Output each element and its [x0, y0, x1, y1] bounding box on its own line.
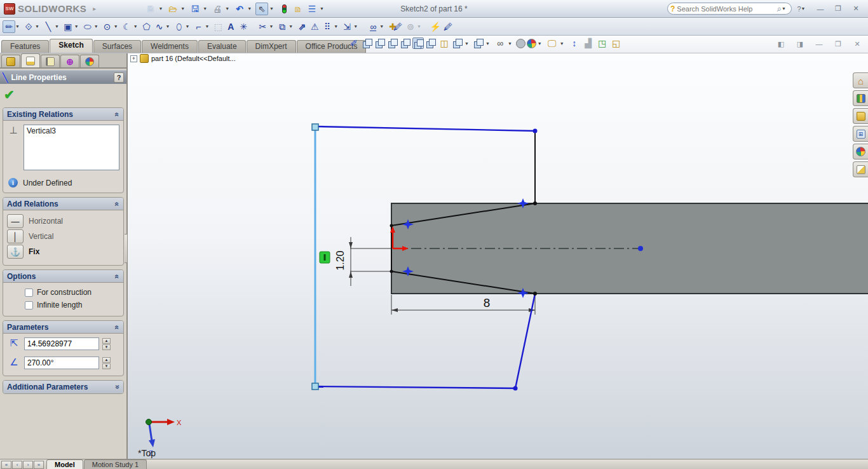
task-pane-file-explorer-tab[interactable]: ⊞	[853, 126, 868, 142]
infinite-length-checkbox[interactable]	[25, 301, 33, 309]
line-endpoint-handle-bottom[interactable]	[312, 383, 318, 390]
tab-surfaces[interactable]: Surfaces	[93, 40, 141, 53]
scene-dropdown-icon[interactable]: ▼	[538, 41, 542, 46]
pm-help-icon[interactable]: ?	[114, 72, 124, 83]
for-construction-label[interactable]: For construction	[37, 288, 92, 297]
circle-dropdown-icon[interactable]: ▼	[114, 24, 118, 29]
line-dropdown-icon[interactable]: ▼	[55, 24, 59, 29]
centerline-endpoint[interactable]	[638, 246, 643, 251]
convert-entities-icon[interactable]: ⧉	[276, 20, 288, 33]
wireframe-cube-icon[interactable]	[412, 37, 424, 49]
horizontal-label[interactable]: Horizontal	[29, 217, 63, 226]
arc-tool-icon[interactable]: ☾	[121, 20, 133, 33]
parameters-header[interactable]: Parameters «	[3, 321, 123, 334]
new-document-icon[interactable]: 🗎	[144, 3, 157, 15]
scene-ball-icon[interactable]	[527, 39, 536, 48]
quick-snaps-icon[interactable]: ⚡	[429, 20, 442, 33]
overlay-view-icon[interactable]: ◱	[610, 37, 623, 50]
help-search-box[interactable]: ? ⌕ ▼	[667, 3, 792, 15]
search-input[interactable]	[677, 5, 776, 13]
open-dropdown-icon[interactable]: ▼	[180, 6, 185, 11]
fillet-tool-icon[interactable]: ⌐	[192, 20, 205, 33]
pattern-dropdown-icon[interactable]: ▼	[334, 24, 338, 29]
graphics-viewport[interactable]: + part 16 (Default<<Default...	[127, 53, 868, 459]
vertical-label[interactable]: Vertical	[29, 232, 53, 241]
display-style-icon[interactable]	[473, 37, 484, 49]
center-axis-icon[interactable]: ↕	[568, 37, 581, 50]
undo-dropdown-icon[interactable]: ▼	[247, 6, 252, 11]
slot-tool-icon[interactable]: ⬭	[81, 20, 94, 33]
sketch-icon[interactable]: ✏	[3, 20, 15, 33]
model-tab[interactable]: Model	[46, 459, 83, 469]
previous-view-icon[interactable]	[374, 37, 386, 49]
select-cursor-icon[interactable]: ⇖	[255, 3, 268, 15]
add-relations-header[interactable]: Add Relations «	[3, 198, 123, 210]
dimension-vertical-value[interactable]: 1.20	[335, 250, 346, 270]
sketch-dropdown-icon[interactable]: ▼	[15, 24, 20, 29]
open-icon[interactable]: 🗁	[166, 3, 179, 15]
next-study-icon[interactable]: ›	[23, 461, 33, 469]
notes-icon[interactable]: 🗈	[292, 3, 304, 15]
move-entities-icon[interactable]: ⇲	[341, 20, 353, 33]
dimension-horizontal[interactable]	[391, 295, 535, 315]
tab-evaluate[interactable]: Evaluate	[198, 40, 246, 53]
task-pane-appearances-tab[interactable]	[853, 161, 868, 177]
task-pane-design-library-tab[interactable]	[853, 108, 868, 124]
point-tool-icon[interactable]: ✳	[237, 20, 250, 33]
tab-weldments[interactable]: Weldments	[142, 40, 198, 53]
doc-close-icon[interactable]: ✕	[850, 39, 864, 49]
options-list-icon[interactable]: ☰	[306, 3, 318, 15]
infinite-length-label[interactable]: Infinite length	[37, 301, 82, 309]
smart-dimension-icon[interactable]: ⟐	[22, 20, 35, 33]
tree-expand-icon[interactable]: +	[130, 55, 137, 62]
length-spinner[interactable]: ▲▼	[102, 338, 111, 350]
sketch-canvas[interactable]: 1.20 8	[128, 53, 868, 459]
toolbar-expand-icon[interactable]: ▸	[93, 5, 96, 12]
doc-restore-icon[interactable]: ❐	[831, 39, 845, 49]
pane-right-icon[interactable]: ◨	[793, 39, 807, 49]
sketch-text-icon[interactable]: A	[224, 20, 237, 33]
length-input[interactable]	[24, 337, 99, 350]
view-settings-dropdown-icon[interactable]: ▼	[560, 41, 564, 46]
circle-tool-icon[interactable]: ⊙	[101, 20, 114, 33]
restore-icon[interactable]: ❐	[831, 4, 845, 14]
last-study-icon[interactable]: »	[34, 461, 44, 469]
ellipse-dropdown-icon[interactable]: ▼	[186, 24, 190, 29]
ok-check-button[interactable]: ✔	[4, 87, 19, 102]
convert-dropdown-icon[interactable]: ▼	[288, 24, 293, 29]
save-dropdown-icon[interactable]: ▼	[203, 6, 207, 11]
tab-dimxpert[interactable]: DimXpert	[247, 40, 296, 53]
search-icon[interactable]: ⌕	[777, 4, 782, 14]
relations-dropdown-icon[interactable]: ▼	[379, 24, 384, 29]
traffic-light-icon[interactable]	[278, 3, 290, 15]
smart-dimension-dropdown-icon[interactable]: ▼	[35, 24, 39, 29]
dimxpert-manager-tab[interactable]: ⊕	[60, 55, 79, 67]
trim-dropdown-icon[interactable]: ▼	[269, 24, 273, 29]
property-manager-tab[interactable]	[21, 53, 40, 67]
section-view-icon[interactable]: ◫	[438, 37, 451, 50]
pane-left-icon[interactable]: ◧	[774, 39, 788, 49]
save-view-icon[interactable]: ◳	[596, 37, 609, 50]
configuration-manager-tab[interactable]	[41, 55, 60, 67]
zoom-to-fit-icon[interactable]: ✐	[348, 37, 360, 50]
task-pane-resources-tab[interactable]	[853, 90, 868, 106]
vertex[interactable]	[533, 129, 538, 133]
options-dropdown-icon[interactable]: ▼	[320, 6, 324, 11]
spline-tool-icon[interactable]: ∿	[153, 20, 166, 33]
relations-listbox[interactable]: Vertical3	[24, 125, 119, 170]
print-dropdown-icon[interactable]: ▼	[225, 6, 229, 11]
dimension-horizontal-value[interactable]: 8	[484, 296, 491, 309]
mirror-entities-icon[interactable]: ⚠	[308, 20, 321, 33]
expand-chevron-icon[interactable]: «	[113, 385, 122, 390]
dimension-vertical[interactable]	[349, 237, 395, 286]
spin-up-icon[interactable]: ▲	[102, 338, 111, 344]
hide-show-dropdown-icon[interactable]: ▼	[508, 41, 512, 46]
spin-down-icon[interactable]: ▼	[102, 344, 111, 350]
help-icon[interactable]: ?▼	[796, 4, 810, 14]
feature-tree-label[interactable]: part 16 (Default<<Default...	[151, 55, 236, 62]
fix-label[interactable]: Fix	[29, 247, 39, 256]
vertical-relation-button[interactable]: │	[7, 229, 24, 243]
vertex[interactable]	[513, 386, 518, 391]
fix-relation-button[interactable]: ⚓	[7, 245, 24, 259]
vertex[interactable]	[533, 292, 537, 296]
